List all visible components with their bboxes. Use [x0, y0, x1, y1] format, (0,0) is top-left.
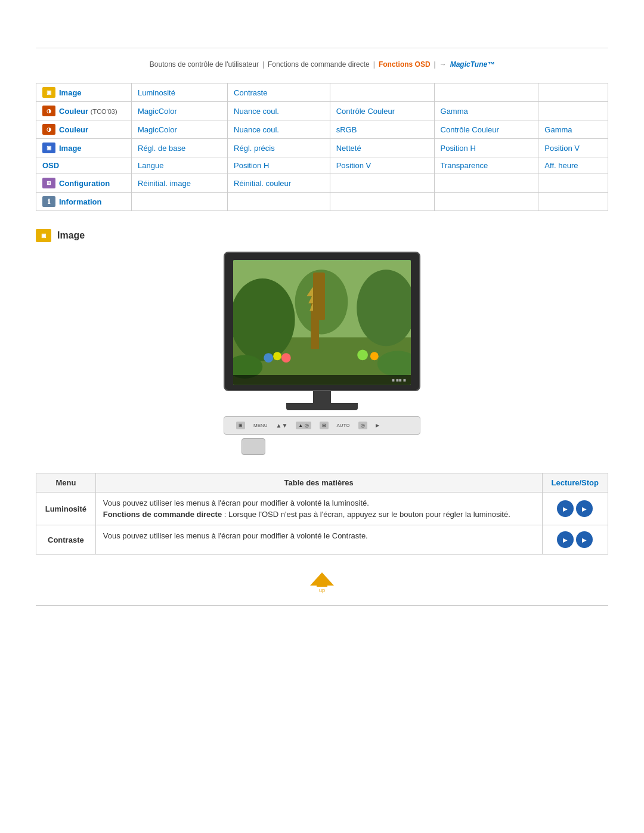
nav-bar: Boutons de contrôle de l'utilisateur | F…: [0, 60, 644, 69]
play-btn-3[interactable]: [557, 531, 574, 548]
luminosite-text1: Vous pouvez utiliser les menus à l'écran…: [103, 498, 535, 507]
up-arrow-triangle: [310, 572, 334, 586]
ctrl-ok[interactable]: ▲ ◎: [296, 422, 311, 429]
nav-direct-functions[interactable]: Fonctions de commande directe: [268, 60, 370, 69]
menu-label-couleur: Couleur: [59, 125, 88, 134]
menu-cell-osd: OSD: [36, 157, 132, 174]
icon-image-blue: ▣: [42, 143, 55, 153]
cell-empty4: [538, 102, 608, 120]
monitor-outer: ■ ■■ ■: [224, 252, 420, 391]
garden-svg: [233, 260, 411, 385]
monitor-base-foot: [286, 403, 358, 410]
cell-magiccolor2[interactable]: MagicColor: [132, 120, 228, 139]
cell-regl-precis[interactable]: Régl. précis: [228, 139, 330, 157]
cell-gamma2[interactable]: Gamma: [538, 120, 608, 139]
cell-luminosite[interactable]: Luminosité: [132, 83, 228, 102]
table-row: OSD Langue Position H Position V Transpa…: [36, 157, 608, 174]
osd-overlay: ■ ■■ ■: [233, 375, 411, 385]
ctrl-menu[interactable]: ⊞: [236, 422, 245, 429]
cell-position-v2[interactable]: Position V: [330, 157, 434, 174]
cell-empty6: [434, 174, 538, 193]
cell-controle-couleur2[interactable]: Contrôle Couleur: [434, 120, 538, 139]
remote-icon: [242, 438, 265, 455]
cell-empty5: [330, 174, 434, 193]
cell-info-empty2: [228, 193, 330, 211]
menu-cell-information: ℹ Information: [36, 193, 132, 211]
monitor-controls: ⊞ MENU ▲▼ ▲ ◎ ⊟ AUTO ◎ ▶: [224, 416, 420, 435]
ctrl-extra: ▶: [376, 423, 379, 428]
cell-controle-couleur1[interactable]: Contrôle Couleur: [330, 102, 434, 120]
table-row: Contraste Vous pouvez utiliser les menus…: [36, 525, 608, 555]
monitor-wrap: ■ ■■ ■ ⊞ MENU ▲▼ ▲ ◎ ⊟ AUTO ◎ ▶: [36, 252, 608, 455]
cell-reinit-image[interactable]: Réinitial. image: [132, 174, 228, 193]
table-row: ◑ Couleur (TCO'03) MagicColor Nuance cou…: [36, 102, 608, 120]
cell-empty7: [538, 174, 608, 193]
menu-cell-image2: ▣ Image: [36, 139, 132, 157]
ctrl-menu-label: MENU: [253, 423, 268, 428]
svg-point-10: [273, 352, 281, 360]
cell-nuance1[interactable]: Nuance coul.: [228, 102, 330, 120]
menu-cell-image1: ▣ Image: [36, 83, 132, 102]
ctrl-screen[interactable]: ⊟: [320, 422, 329, 429]
svg-point-9: [264, 353, 273, 363]
menu-label-image1: Image: [59, 88, 82, 97]
play-btn-4[interactable]: [576, 531, 593, 548]
up-arrow-rect: [317, 586, 327, 587]
cell-info-empty4: [434, 193, 538, 211]
icon-config: ⊞: [42, 178, 55, 188]
icon-couleur-tco: ◑: [42, 106, 55, 116]
cell-info-empty5: [538, 193, 608, 211]
section-icon-image: ▣: [36, 229, 51, 242]
menu-label-osd: OSD: [42, 161, 59, 170]
contraste-play-btns: [550, 531, 600, 548]
cell-magiccolor1[interactable]: MagicColor: [132, 102, 228, 120]
play-btn-2[interactable]: [576, 500, 593, 517]
icon-couleur: ◑: [42, 124, 55, 135]
cell-position-v1[interactable]: Position V: [538, 139, 608, 157]
cell-srgb[interactable]: sRGB: [330, 120, 434, 139]
ctrl-power[interactable]: ◎: [358, 422, 367, 429]
header-play: Lecture/Stop: [542, 473, 608, 493]
menu-cell-couleur-tco: ◑ Couleur (TCO'03): [36, 102, 132, 120]
nav-magictune[interactable]: MagicTune™: [450, 60, 494, 69]
cell-transparence[interactable]: Transparence: [434, 157, 538, 174]
nav-sep-1: |: [262, 60, 264, 69]
section-title-image: Image: [57, 230, 85, 241]
cell-contraste[interactable]: Contraste: [228, 83, 330, 102]
svg-rect-5: [311, 296, 319, 349]
cell-position-h2[interactable]: Position H: [228, 157, 330, 174]
svg-point-13: [370, 352, 379, 360]
cell-info-empty1: [132, 193, 228, 211]
cell-nuance2[interactable]: Nuance coul.: [228, 120, 330, 139]
row-luminosite-name: Luminosité: [36, 493, 95, 525]
cell-reinit-couleur[interactable]: Réinitial. couleur: [228, 174, 330, 193]
svg-point-4: [295, 270, 348, 335]
monitor-screen: ■ ■■ ■: [233, 260, 411, 385]
info-table-wrap: Menu Table des matières Lecture/Stop Lum…: [36, 473, 608, 555]
cell-empty3: [538, 83, 608, 102]
screen-garden: [233, 260, 411, 385]
menu-cell-couleur: ◑ Couleur: [36, 120, 132, 139]
top-rule: [36, 48, 608, 48]
cell-gamma1[interactable]: Gamma: [434, 102, 538, 120]
up-arrow[interactable]: up: [307, 572, 337, 593]
luminosite-text2: Fonctions de commande directe : Lorsque …: [103, 510, 535, 519]
cell-position-h1[interactable]: Position H: [434, 139, 538, 157]
cell-nettete[interactable]: Netteté: [330, 139, 434, 157]
nav-user-buttons[interactable]: Boutons de contrôle de l'utilisateur: [150, 60, 259, 69]
section-title-row: ▣ Image: [36, 229, 608, 242]
header-menu: Menu: [36, 473, 95, 493]
cell-aff-heure[interactable]: Aff. heure: [538, 157, 608, 174]
cell-regl-base[interactable]: Régl. de base: [132, 139, 228, 157]
osd-table: ▣ Image Luminosité Contraste ◑ Couleur (…: [36, 83, 608, 211]
nav-osd-functions[interactable]: Fonctions OSD: [379, 60, 431, 69]
image-section: ▣ Image: [36, 229, 608, 455]
menu-cell-config: ⊞ Configuration: [36, 174, 132, 193]
play-btn-1[interactable]: [557, 500, 574, 517]
cell-info-empty3: [330, 193, 434, 211]
up-arrow-wrap: up: [0, 572, 644, 593]
luminosite-play-btns: [550, 500, 600, 517]
bottom-rule: [36, 605, 608, 606]
svg-point-12: [357, 349, 368, 360]
cell-langue[interactable]: Langue: [132, 157, 228, 174]
